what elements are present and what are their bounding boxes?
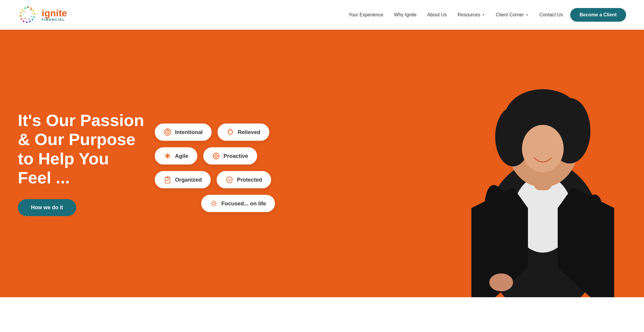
svg-point-15 — [30, 9, 32, 10]
svg-point-62 — [489, 273, 513, 291]
svg-point-19 — [25, 18, 26, 19]
nav-your-experience[interactable]: Your Experience — [348, 12, 383, 18]
pill-focused-label: Focused... on life — [221, 200, 266, 207]
logo[interactable]: ignite FINANCIAL — [18, 4, 71, 25]
svg-point-17 — [31, 16, 32, 17]
pill-protected: Protected — [217, 171, 271, 188]
pill-agile: Agile — [155, 147, 197, 165]
client-corner-chevron-icon: ▼ — [525, 13, 529, 17]
svg-line-45 — [212, 201, 212, 202]
svg-point-21 — [24, 11, 25, 12]
shield-icon — [226, 176, 233, 184]
svg-point-9 — [21, 18, 22, 20]
svg-point-5 — [32, 19, 33, 20]
badges-area: Intentional Relieved — [155, 124, 321, 219]
pill-intentional: Intentional — [155, 124, 212, 141]
badge-row-4: Focused... on life — [155, 195, 321, 212]
svg-point-11 — [20, 12, 22, 13]
lotus-icon — [226, 128, 234, 136]
nav-client-corner[interactable]: Client Corner ▼ — [496, 12, 529, 18]
pill-proactive: Proactive — [203, 147, 257, 165]
pill-proactive-label: Proactive — [223, 153, 248, 159]
svg-point-13 — [24, 7, 26, 9]
pill-relieved: Relieved — [218, 124, 269, 141]
agile-icon — [164, 152, 171, 160]
svg-point-8 — [23, 21, 24, 22]
svg-point-4 — [33, 16, 35, 18]
svg-point-12 — [22, 10, 23, 11]
resources-chevron-icon: ▼ — [482, 13, 485, 17]
proactive-icon — [212, 152, 220, 160]
svg-point-14 — [26, 7, 28, 8]
svg-line-47 — [215, 201, 216, 202]
svg-point-40 — [212, 202, 215, 205]
svg-point-57 — [522, 125, 564, 172]
main-nav: Your Experience Why Ignite About Us Reso… — [348, 12, 563, 18]
hero-section: It's Our Passion & Our Purpose to Help Y… — [0, 30, 644, 297]
svg-point-7 — [26, 21, 27, 23]
svg-line-48 — [212, 205, 212, 206]
svg-line-46 — [215, 205, 216, 206]
pill-agile-label: Agile — [175, 153, 188, 159]
become-client-button[interactable]: Become a Client — [570, 8, 626, 22]
svg-point-24 — [167, 132, 168, 133]
svg-point-1 — [31, 7, 32, 9]
nav-about-us[interactable]: About Us — [427, 12, 447, 18]
nav-resources[interactable]: Resources ▼ — [457, 12, 485, 18]
svg-point-16 — [32, 12, 33, 13]
hero-left-content: It's Our Passion & Our Purpose to Help Y… — [0, 87, 162, 240]
target-icon — [164, 128, 171, 136]
pill-relieved-label: Relieved — [238, 129, 260, 136]
pill-organized: Organized — [155, 171, 211, 188]
sun-icon — [210, 200, 218, 207]
logo-financial-text: FINANCIAL — [42, 18, 67, 21]
logo-ignite-text: ignite — [42, 8, 67, 18]
svg-point-3 — [34, 13, 35, 15]
how-we-do-it-button[interactable]: How we do it — [18, 199, 76, 216]
nav-why-ignite[interactable]: Why Ignite — [394, 12, 417, 18]
header: ignite FINANCIAL Your Experience Why Ign… — [0, 0, 644, 30]
svg-point-10 — [20, 15, 21, 17]
woman-svg — [442, 30, 644, 297]
hero-heading: It's Our Passion & Our Purpose to Help Y… — [18, 111, 144, 188]
hero-woman-image — [442, 30, 644, 297]
pill-protected-label: Protected — [237, 177, 262, 183]
svg-point-2 — [33, 10, 34, 11]
pill-focused: Focused... on life — [201, 195, 275, 212]
svg-point-6 — [29, 21, 31, 22]
pill-organized-label: Organized — [175, 177, 202, 183]
badge-row-1: Intentional Relieved — [155, 124, 321, 141]
logo-icon — [18, 4, 39, 25]
svg-line-26 — [169, 130, 169, 130]
nav-contact-us[interactable]: Contact Us — [539, 12, 563, 18]
svg-point-20 — [23, 14, 24, 15]
badge-row-3: Organized Protected — [155, 171, 321, 188]
badge-row-2: Agile Proactive — [155, 147, 321, 165]
svg-point-33 — [215, 155, 217, 157]
pill-intentional-label: Intentional — [175, 129, 203, 136]
clipboard-icon — [164, 176, 171, 184]
svg-point-18 — [29, 18, 30, 20]
